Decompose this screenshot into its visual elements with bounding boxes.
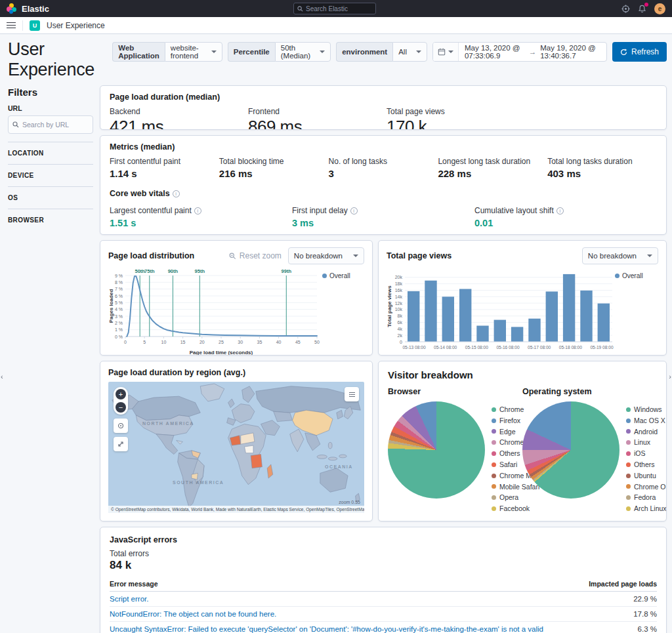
legend-dot	[626, 495, 631, 500]
menu-icon[interactable]	[7, 22, 16, 29]
map-label: OCEANIA	[325, 464, 353, 469]
impact-value: 22.9 %	[589, 592, 657, 607]
legend-item[interactable]: Chrome OS	[626, 481, 667, 493]
svg-text:0 %: 0 %	[115, 335, 123, 339]
brand-name: Elastic	[22, 4, 49, 14]
info-icon[interactable]: i	[350, 207, 358, 214]
ux-app-icon[interactable]: U	[30, 20, 40, 31]
info-icon[interactable]: i	[194, 207, 201, 214]
breakdown-select[interactable]: No breakdown	[288, 247, 364, 264]
breakdown-select[interactable]: No breakdown	[582, 247, 658, 264]
world-map[interactable]: NORTH AMERICA SOUTH AMERICA OCEANIA + −	[108, 382, 364, 513]
legend-dot	[626, 429, 631, 434]
deployment-icon[interactable]	[621, 5, 630, 13]
svg-text:25: 25	[219, 340, 224, 344]
filter-section-location[interactable]: LOCATION	[8, 142, 93, 164]
page-load-distribution-chart[interactable]: 0 %1 %2 %3 %4 %5 %6 %7 %8 %9 %0510152025…	[108, 266, 322, 356]
vital-bar-segment	[474, 234, 587, 235]
error-message-link[interactable]: NotFoundError: The object can not be fou…	[110, 607, 589, 622]
legend-item[interactable]: Windows	[626, 404, 667, 415]
user-avatar[interactable]: e	[654, 3, 665, 14]
global-search-input[interactable]	[306, 5, 372, 12]
error-message-link[interactable]: Uncaught SyntaxError: Failed to execute …	[110, 622, 589, 633]
map-zoom-out-button[interactable]: −	[116, 402, 126, 413]
filters-title: Filters	[8, 87, 93, 98]
legend-label: Linux	[634, 437, 650, 448]
url-search[interactable]	[8, 115, 93, 134]
breadcrumb[interactable]: User Experience	[47, 21, 105, 30]
legend-label: Safari	[499, 459, 517, 470]
legend-item[interactable]: Mac OS X	[626, 415, 667, 426]
collapse-right-handle[interactable]: ›	[669, 373, 671, 380]
legend-item[interactable]: Ubuntu	[626, 470, 667, 481]
chart-legend[interactable]: Overall	[615, 266, 653, 356]
svg-text:4k: 4k	[398, 327, 403, 331]
divider	[22, 20, 23, 31]
percentile-select[interactable]: 50th (Median)	[275, 42, 331, 62]
legend-item[interactable]: Others	[626, 459, 667, 470]
panel-title: Page load duration (median)	[110, 92, 657, 102]
legend-label: Chrome	[499, 404, 524, 415]
legend-item[interactable]: Fedora	[626, 492, 667, 503]
environment-select[interactable]: All	[392, 42, 427, 62]
map-expand-button[interactable]	[114, 437, 128, 451]
vital-fid: First input delayi 3 ms Good (90%) Needs…	[292, 206, 474, 235]
column-error-message[interactable]: Error message	[110, 577, 589, 592]
legend-dot	[492, 440, 496, 445]
chart-legend[interactable]: Overall	[322, 266, 360, 356]
global-search[interactable]	[293, 3, 376, 14]
calendar-icon	[438, 48, 446, 56]
info-icon[interactable]: i	[556, 207, 564, 214]
filter-section-os[interactable]: OS	[8, 186, 93, 209]
svg-text:Total page views: Total page views	[387, 285, 392, 327]
info-icon[interactable]: i	[173, 190, 180, 197]
svg-text:0: 0	[124, 340, 127, 344]
svg-text:90th: 90th	[168, 268, 178, 274]
legend-dot	[492, 407, 496, 412]
url-search-input[interactable]	[22, 121, 79, 129]
legend-item[interactable]: Android	[626, 426, 667, 438]
legend-label: Android	[634, 426, 658, 438]
table-row: NotFoundError: The object can not be fou…	[110, 607, 657, 622]
legend-dot	[626, 407, 631, 412]
column-impacted-page-loads[interactable]: Impacted page loads	[589, 577, 657, 592]
map-set-view-button[interactable]	[114, 419, 128, 433]
refresh-button[interactable]: Refresh	[612, 42, 667, 62]
chevron-down-icon	[416, 51, 421, 53]
collapse-left-handle[interactable]: ‹	[1, 373, 3, 380]
chevron-down-icon	[320, 51, 325, 53]
map-zoom-in-button[interactable]: +	[116, 389, 126, 399]
date-start[interactable]: May 13, 2020 @ 07:33:06.9	[465, 44, 525, 60]
legend-item[interactable]: iOS	[626, 448, 667, 459]
total-page-views-panel: Total page views No breakdown 02k4k6k8k1…	[378, 240, 667, 356]
os-pie-chart[interactable]	[522, 401, 620, 499]
vital-bar-segment	[220, 234, 234, 235]
legend-item[interactable]: Arch Linux	[626, 503, 667, 514]
service-select[interactable]: website-frontend	[165, 42, 222, 62]
browser-pie-chart[interactable]	[388, 401, 485, 499]
legend-dot	[626, 451, 631, 456]
date-end[interactable]: May 19, 2020 @ 13:40:36.7	[540, 44, 600, 60]
svg-text:50: 50	[314, 340, 320, 344]
chevron-down-icon	[353, 255, 358, 257]
map-label: NORTH AMERICA	[142, 421, 194, 426]
legend-item[interactable]: Linux	[626, 437, 667, 448]
svg-text:20k: 20k	[395, 275, 403, 279]
error-message-link[interactable]: Script error.	[110, 592, 589, 607]
vital-bar-segment	[587, 234, 594, 235]
map-legend-toggle-button[interactable]	[345, 387, 359, 401]
calendar-dropdown[interactable]	[433, 43, 459, 61]
svg-text:45: 45	[295, 340, 301, 344]
layers-icon	[348, 390, 356, 399]
total-page-views-chart[interactable]: 02k4k6k8k10k12k14k16k18k20k05-13 08:0005…	[387, 266, 615, 356]
stat-total-page-views: Total page views 170 k	[387, 107, 525, 130]
svg-text:05-15 08:00: 05-15 08:00	[465, 345, 489, 350]
legend-dot	[492, 495, 496, 500]
legend-label: Windows	[634, 404, 662, 415]
filter-section-device[interactable]: DEVICE	[8, 164, 93, 186]
alerts-bell-icon[interactable]	[638, 5, 646, 13]
filter-section-browser[interactable]: BROWSER	[8, 209, 93, 231]
elastic-brand[interactable]: Elastic	[7, 3, 49, 14]
refresh-icon	[620, 49, 627, 56]
reset-zoom-button[interactable]: Reset zoom	[229, 251, 282, 260]
